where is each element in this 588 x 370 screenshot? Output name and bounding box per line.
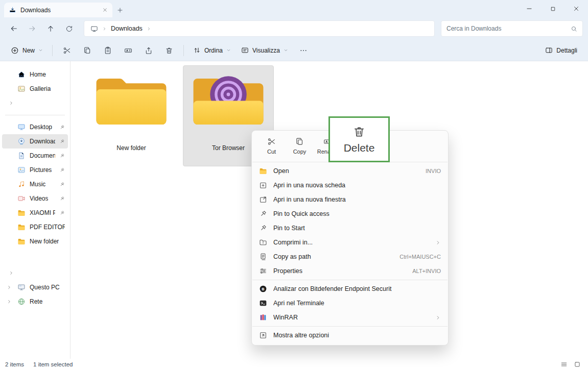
pin-icon bbox=[59, 153, 65, 159]
sidebar-item-music[interactable]: Music bbox=[2, 177, 68, 191]
menu-item-open-new-tab[interactable]: Apri in una nuova scheda bbox=[252, 178, 448, 192]
menu-item-show-more-options[interactable]: Mostra altre opzioni bbox=[252, 328, 448, 342]
sidebar-expander[interactable] bbox=[2, 96, 68, 110]
ellipsis-icon bbox=[299, 46, 308, 55]
cut-button[interactable] bbox=[57, 42, 77, 59]
command-bar: New Ordina Visualizza Dettagli bbox=[0, 40, 588, 61]
sidebar-item-desktop[interactable]: Desktop bbox=[2, 120, 68, 134]
properties-icon bbox=[259, 267, 267, 275]
sidebar-item-pictures[interactable]: Pictures bbox=[2, 163, 68, 177]
chevron-right-icon bbox=[9, 101, 14, 106]
pin-icon bbox=[59, 196, 65, 202]
folder-icon bbox=[17, 209, 26, 217]
rename-button[interactable] bbox=[119, 42, 138, 59]
sidebar-item-new-folder[interactable]: New folder bbox=[2, 234, 68, 249]
chevron-right-icon bbox=[7, 299, 12, 304]
sort-button[interactable]: Ordina bbox=[189, 42, 236, 59]
details-button[interactable]: Dettagli bbox=[540, 42, 582, 59]
context-menu: Cut Copy Rename Open INVIO Apri in una n… bbox=[251, 130, 449, 346]
new-tab-icon bbox=[259, 181, 267, 189]
menu-item-copy-as-path[interactable]: Copy as path Ctrl+MAIUSC+C bbox=[252, 250, 448, 264]
file-name: Tor Browser bbox=[212, 144, 245, 152]
address-bar[interactable]: Downloads bbox=[84, 20, 435, 37]
list-view-icon[interactable] bbox=[560, 361, 568, 368]
delete-button[interactable] bbox=[159, 42, 179, 59]
delete-annotation[interactable]: Delete bbox=[328, 116, 390, 162]
copy-icon bbox=[295, 137, 304, 146]
sidebar-item-pdf-editor[interactable]: PDF EDITOR bbox=[2, 220, 68, 234]
pin-icon bbox=[59, 182, 65, 187]
back-button[interactable] bbox=[5, 20, 22, 37]
search-box[interactable] bbox=[441, 20, 583, 37]
menu-item-winrar[interactable]: WinRAR bbox=[252, 310, 448, 325]
menu-item-open[interactable]: Open INVIO bbox=[252, 164, 448, 178]
divider bbox=[252, 280, 448, 280]
file-tile-new-folder[interactable]: New folder bbox=[86, 65, 177, 166]
pictures-icon bbox=[17, 166, 26, 174]
context-copy-button[interactable]: Copy bbox=[286, 135, 313, 157]
home-icon bbox=[17, 70, 26, 79]
submenu-chevron-icon bbox=[435, 315, 441, 320]
sidebar-expander[interactable] bbox=[2, 266, 68, 280]
sidebar-item-documents[interactable]: Documents bbox=[2, 149, 68, 163]
sidebar-item-videos[interactable]: Videos bbox=[2, 191, 68, 206]
delete-icon bbox=[165, 46, 173, 55]
sidebar-item-galleria[interactable]: Galleria bbox=[2, 82, 68, 96]
navigation-bar: Downloads bbox=[0, 17, 588, 40]
new-tab-button[interactable] bbox=[112, 3, 128, 17]
menu-item-compress[interactable]: Comprimi in... bbox=[252, 235, 448, 250]
copy-button[interactable] bbox=[78, 42, 97, 59]
more-commands-button[interactable] bbox=[294, 42, 313, 59]
compress-icon bbox=[259, 238, 267, 246]
status-bar: 2 items 1 item selected bbox=[0, 359, 588, 370]
share-button[interactable] bbox=[139, 42, 158, 59]
more-options-icon bbox=[259, 331, 267, 339]
rename-icon bbox=[124, 46, 132, 55]
breadcrumb-item[interactable]: Downloads bbox=[111, 25, 143, 32]
forward-button[interactable] bbox=[23, 20, 41, 37]
selection-count: 1 item selected bbox=[33, 361, 73, 367]
pin-icon bbox=[259, 210, 267, 218]
divider bbox=[183, 45, 184, 56]
new-plus-icon bbox=[11, 46, 19, 55]
downloads-tab-icon bbox=[9, 6, 16, 14]
context-cut-button[interactable]: Cut bbox=[258, 135, 285, 157]
refresh-button[interactable] bbox=[60, 20, 78, 37]
minimize-button[interactable] bbox=[518, 0, 541, 17]
menu-item-pin-start[interactable]: Pin to Start bbox=[252, 221, 448, 235]
up-button[interactable] bbox=[42, 20, 59, 37]
folder-icon bbox=[93, 73, 170, 130]
cut-icon bbox=[63, 46, 71, 55]
menu-item-properties[interactable]: Properties ALT+INVIO bbox=[252, 264, 448, 278]
chevron-right-icon bbox=[9, 270, 14, 276]
tab-downloads[interactable]: Downloads bbox=[4, 3, 112, 17]
network-icon bbox=[17, 298, 26, 306]
sidebar-item-questo-pc[interactable]: Questo PC bbox=[2, 280, 68, 294]
sidebar-item-xiaomi-poco-f[interactable]: XIAOMI POCO F bbox=[2, 206, 68, 220]
paste-button[interactable] bbox=[98, 42, 117, 59]
copy-path-icon bbox=[259, 253, 267, 261]
new-button[interactable]: New bbox=[6, 42, 48, 59]
sidebar-item-rete[interactable]: Rete bbox=[2, 294, 68, 309]
close-button[interactable] bbox=[565, 0, 588, 17]
sidebar-item-downloads[interactable]: Downloads bbox=[2, 134, 68, 149]
menu-item-open-new-window[interactable]: Apri in una nuova finestra bbox=[252, 192, 448, 207]
sidebar-item-home[interactable]: Home bbox=[2, 67, 68, 82]
search-input[interactable] bbox=[446, 25, 567, 32]
terminal-icon bbox=[259, 299, 267, 307]
menu-item-bitdefender-scan[interactable]: Analizar con Bitdefender Endpoint Securi… bbox=[252, 282, 448, 296]
chevron-down-icon bbox=[38, 48, 43, 53]
menu-item-pin-quick-access[interactable]: Pin to Quick access bbox=[252, 207, 448, 221]
desktop-icon bbox=[17, 123, 26, 131]
tab-title: Downloads bbox=[20, 7, 51, 14]
monitor-icon bbox=[90, 25, 98, 33]
maximize-button[interactable] bbox=[541, 0, 565, 17]
bitdefender-icon bbox=[259, 285, 267, 293]
view-button[interactable]: Visualizza bbox=[237, 42, 293, 59]
large-icons-view-icon[interactable] bbox=[574, 361, 581, 368]
new-window-icon bbox=[259, 195, 267, 204]
menu-item-open-terminal[interactable]: Apri nel Terminale bbox=[252, 296, 448, 310]
tab-close-icon[interactable] bbox=[102, 7, 108, 13]
file-explorer-window: Downloads Downloads N bbox=[0, 0, 588, 370]
chevron-right-icon bbox=[147, 27, 151, 31]
